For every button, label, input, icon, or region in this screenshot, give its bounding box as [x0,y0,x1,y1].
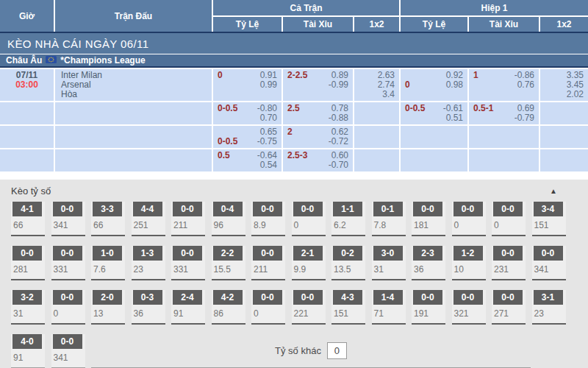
score-cell[interactable]: 0-00 [251,290,285,325]
score-cell[interactable]: 1-471 [372,290,406,325]
score-cell[interactable]: 3-366 [91,202,125,236]
score-cell[interactable]: 1-16.2 [331,202,365,236]
score-cell[interactable]: 0-00 [452,202,486,236]
column-header-h1-overunder: Tài Xỉu [469,17,539,32]
score-cell[interactable]: 2-336 [412,246,445,280]
score-label: 0-0 [53,246,82,261]
handicap-value: 0.5 [218,151,230,160]
score-odd-value: 9.9 [292,261,326,275]
score-cell[interactable]: 0-0271 [492,290,526,325]
score-cell[interactable]: 0-0321 [452,290,486,325]
score-cell[interactable]: 4-091 [11,334,45,368]
column-header-time: Giờ [0,0,54,32]
score-cell[interactable]: 0-496 [212,202,245,236]
score-cell[interactable]: 3-123 [532,290,566,325]
ft-1x2-cell[interactable] [354,126,399,148]
h1-overunder-cell[interactable] [469,149,539,171]
handicap-value: 2.5-3 [287,151,307,160]
ft-1x2-cell[interactable] [354,102,399,124]
score-label: 0-0 [253,246,282,261]
score-odd-value: 321 [452,305,486,319]
h1-handicap-cell[interactable] [401,149,467,171]
odd-value: 0.70 [260,113,277,123]
score-cell[interactable]: 0-0181 [412,202,445,236]
h1-1x2-cell[interactable] [540,149,588,171]
score-cell[interactable]: 0-0211 [171,202,205,236]
score-label: 2-2 [213,246,243,261]
score-cell[interactable]: 2-491 [171,290,205,325]
h1-handicap-cell[interactable]: 0.9200.98 [401,69,467,101]
collapse-arrow-icon[interactable]: ▲ [550,187,557,195]
column-header-ft-1x2: 1x2 [354,17,399,32]
score-odd-value: 0 [51,305,85,319]
score-cell[interactable]: 1-323 [132,246,165,280]
score-cell[interactable]: 0-0211 [251,246,285,280]
ft-overunder-cell[interactable]: 2-2.50.89-0.99 [283,69,353,101]
score-cell[interactable]: 0-0331 [171,246,205,280]
h1-overunder-cell[interactable]: 1-0.860.76 [469,69,539,101]
ft-1x2-cell[interactable] [354,149,399,171]
handicap-value: 0 [405,80,410,90]
score-label: 0-0 [53,202,82,216]
score-cell[interactable]: 2-013 [91,290,125,325]
score-cell[interactable]: 0-00 [492,202,526,236]
h1-1x2-cell[interactable] [540,126,588,148]
ft-overunder-cell[interactable]: 2.5-30.60-0.70 [283,149,353,171]
odds-row: 0-0.5-0.800.702.50.78-0.880-0.5-0.610.51… [0,102,588,124]
score-cell[interactable]: 0-0231 [492,246,526,280]
score-cell[interactable]: 0-00 [292,202,326,236]
ft-1x2-cell[interactable]: 2.632.743.4 [354,69,399,101]
score-cell[interactable]: 3-031 [372,246,406,280]
score-odd-value: 66 [91,216,125,230]
h1-overunder-cell[interactable] [469,126,539,148]
score-odd-value: 86 [212,305,245,319]
score-cell[interactable]: 0-0341 [51,202,85,236]
score-cell[interactable]: 0-0191 [412,290,445,325]
score-cell[interactable]: 1-07.6 [91,246,125,280]
score-label: 0-2 [333,246,362,261]
ft-overunder-cell[interactable]: 2.50.78-0.88 [283,102,353,124]
score-label: 0-0 [293,290,323,305]
score-cell[interactable]: 0-0341 [51,334,85,368]
other-score-input[interactable] [327,342,347,359]
h1-handicap-cell[interactable] [401,126,467,148]
score-cell[interactable]: 0-00 [51,290,85,325]
score-cell[interactable]: 4-3151 [331,290,365,325]
score-label: 3-2 [12,290,42,305]
ft-handicap-cell[interactable]: 0-0.5-0.800.70 [213,102,282,124]
score-odd-value: 341 [51,216,85,230]
score-odd-value: 0 [452,216,486,230]
h1-1x2-cell[interactable] [540,102,588,124]
score-label: 1-4 [373,290,403,305]
ft-handicap-cell[interactable]: 0.650-0.5-0.75 [213,126,282,148]
time-cell [0,149,54,171]
score-cell[interactable]: 0-213.5 [331,246,365,280]
score-cell[interactable]: 3-4151 [532,202,566,236]
h1-handicap-cell[interactable]: 0-0.5-0.610.51 [401,102,467,124]
score-cell[interactable]: 0-08.9 [251,202,285,236]
h1-1x2-cell[interactable]: 3.353.452.02 [540,69,588,101]
score-label: 0-0 [453,202,483,216]
odds-row: 0.5-0.640.542.5-30.60-0.70 [0,149,588,171]
ft-handicap-cell[interactable]: 00.910.99 [213,69,282,101]
score-odd-value: 221 [292,305,326,319]
score-label: 4-0 [12,334,42,349]
score-cell[interactable]: 4-286 [212,290,245,325]
score-cell[interactable]: 0-0341 [532,246,566,280]
score-cell[interactable]: 0-0281 [11,246,45,280]
ft-handicap-cell[interactable]: 0.5-0.640.54 [213,149,282,171]
odd-value: -0.79 [514,113,534,123]
h1-overunder-cell[interactable]: 0.5-10.69-0.79 [469,102,539,124]
handicap-value: 2-2.5 [287,71,307,80]
score-cell[interactable]: 0-0221 [292,290,326,325]
score-cell[interactable]: 0-0331 [51,246,85,280]
score-cell[interactable]: 3-231 [11,290,45,325]
score-cell[interactable]: 2-215.5 [212,246,245,280]
score-cell[interactable]: 0-336 [132,290,165,325]
score-cell[interactable]: 4-4251 [132,202,165,236]
ft-overunder-cell[interactable]: 20.62-0.72 [283,126,353,148]
score-cell[interactable]: 0-17.8 [372,202,406,236]
score-cell[interactable]: 4-166 [11,202,45,236]
score-cell[interactable]: 2-19.9 [292,246,326,280]
score-cell[interactable]: 1-210 [452,246,486,280]
